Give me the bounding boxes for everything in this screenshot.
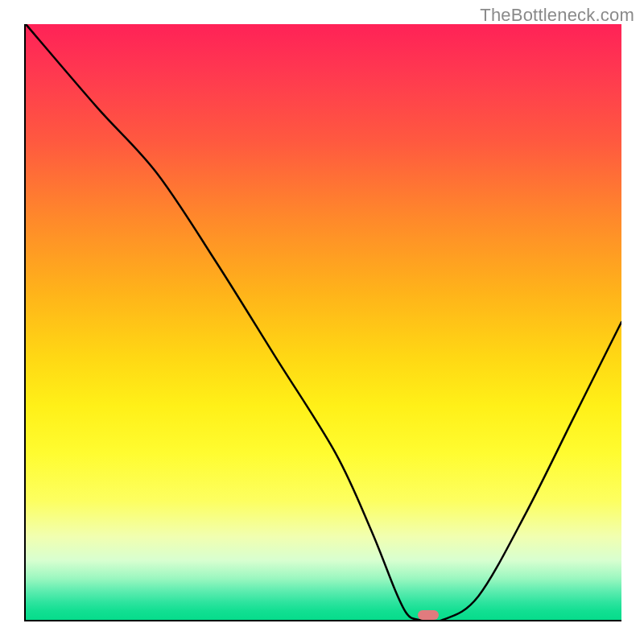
chart-curve bbox=[26, 24, 621, 620]
plot-area bbox=[24, 24, 621, 621]
chart-container: TheBottleneck.com bbox=[0, 0, 644, 644]
optimal-point-marker bbox=[418, 610, 439, 620]
watermark-text: TheBottleneck.com bbox=[480, 5, 634, 26]
